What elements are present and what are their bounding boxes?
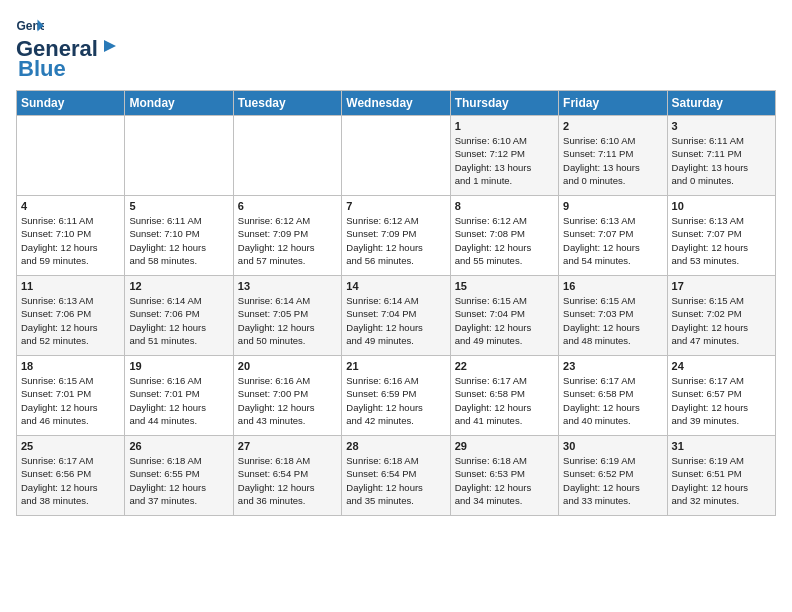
- day-info: Sunrise: 6:17 AM Sunset: 6:58 PM Dayligh…: [563, 374, 662, 427]
- day-info: Sunrise: 6:16 AM Sunset: 7:01 PM Dayligh…: [129, 374, 228, 427]
- day-number: 13: [238, 280, 337, 292]
- day-info: Sunrise: 6:13 AM Sunset: 7:07 PM Dayligh…: [563, 214, 662, 267]
- day-number: 28: [346, 440, 445, 452]
- day-info: Sunrise: 6:19 AM Sunset: 6:52 PM Dayligh…: [563, 454, 662, 507]
- calendar-cell: 7Sunrise: 6:12 AM Sunset: 7:09 PM Daylig…: [342, 196, 450, 276]
- day-info: Sunrise: 6:17 AM Sunset: 6:57 PM Dayligh…: [672, 374, 771, 427]
- calendar-cell: 4Sunrise: 6:11 AM Sunset: 7:10 PM Daylig…: [17, 196, 125, 276]
- day-info: Sunrise: 6:18 AM Sunset: 6:55 PM Dayligh…: [129, 454, 228, 507]
- day-number: 23: [563, 360, 662, 372]
- day-number: 24: [672, 360, 771, 372]
- calendar-cell: 10Sunrise: 6:13 AM Sunset: 7:07 PM Dayli…: [667, 196, 775, 276]
- calendar-cell: 27Sunrise: 6:18 AM Sunset: 6:54 PM Dayli…: [233, 436, 341, 516]
- day-info: Sunrise: 6:15 AM Sunset: 7:01 PM Dayligh…: [21, 374, 120, 427]
- day-number: 10: [672, 200, 771, 212]
- day-info: Sunrise: 6:19 AM Sunset: 6:51 PM Dayligh…: [672, 454, 771, 507]
- day-number: 18: [21, 360, 120, 372]
- day-number: 29: [455, 440, 554, 452]
- calendar-cell: 8Sunrise: 6:12 AM Sunset: 7:08 PM Daylig…: [450, 196, 558, 276]
- day-info: Sunrise: 6:11 AM Sunset: 7:10 PM Dayligh…: [21, 214, 120, 267]
- day-info: Sunrise: 6:16 AM Sunset: 7:00 PM Dayligh…: [238, 374, 337, 427]
- calendar-cell: 23Sunrise: 6:17 AM Sunset: 6:58 PM Dayli…: [559, 356, 667, 436]
- day-info: Sunrise: 6:14 AM Sunset: 7:05 PM Dayligh…: [238, 294, 337, 347]
- day-info: Sunrise: 6:18 AM Sunset: 6:53 PM Dayligh…: [455, 454, 554, 507]
- calendar-cell: 21Sunrise: 6:16 AM Sunset: 6:59 PM Dayli…: [342, 356, 450, 436]
- day-number: 2: [563, 120, 662, 132]
- calendar-cell: 1Sunrise: 6:10 AM Sunset: 7:12 PM Daylig…: [450, 116, 558, 196]
- day-number: 22: [455, 360, 554, 372]
- day-number: 26: [129, 440, 228, 452]
- calendar-cell: 25Sunrise: 6:17 AM Sunset: 6:56 PM Dayli…: [17, 436, 125, 516]
- day-info: Sunrise: 6:18 AM Sunset: 6:54 PM Dayligh…: [238, 454, 337, 507]
- day-info: Sunrise: 6:16 AM Sunset: 6:59 PM Dayligh…: [346, 374, 445, 427]
- day-number: 15: [455, 280, 554, 292]
- day-info: Sunrise: 6:13 AM Sunset: 7:06 PM Dayligh…: [21, 294, 120, 347]
- day-number: 3: [672, 120, 771, 132]
- calendar-cell: [125, 116, 233, 196]
- day-number: 25: [21, 440, 120, 452]
- day-number: 27: [238, 440, 337, 452]
- day-number: 1: [455, 120, 554, 132]
- calendar-cell: 30Sunrise: 6:19 AM Sunset: 6:52 PM Dayli…: [559, 436, 667, 516]
- calendar-cell: 18Sunrise: 6:15 AM Sunset: 7:01 PM Dayli…: [17, 356, 125, 436]
- day-number: 4: [21, 200, 120, 212]
- day-number: 16: [563, 280, 662, 292]
- weekday-header-friday: Friday: [559, 91, 667, 116]
- day-number: 31: [672, 440, 771, 452]
- logo-blue: Blue: [18, 56, 66, 82]
- day-info: Sunrise: 6:10 AM Sunset: 7:12 PM Dayligh…: [455, 134, 554, 187]
- weekday-header-wednesday: Wednesday: [342, 91, 450, 116]
- day-info: Sunrise: 6:17 AM Sunset: 6:56 PM Dayligh…: [21, 454, 120, 507]
- page-header: General General Blue: [16, 16, 776, 82]
- calendar-cell: 19Sunrise: 6:16 AM Sunset: 7:01 PM Dayli…: [125, 356, 233, 436]
- svg-marker-2: [104, 40, 116, 52]
- week-row-1: 1Sunrise: 6:10 AM Sunset: 7:12 PM Daylig…: [17, 116, 776, 196]
- day-info: Sunrise: 6:12 AM Sunset: 7:09 PM Dayligh…: [238, 214, 337, 267]
- day-info: Sunrise: 6:17 AM Sunset: 6:58 PM Dayligh…: [455, 374, 554, 427]
- week-row-3: 11Sunrise: 6:13 AM Sunset: 7:06 PM Dayli…: [17, 276, 776, 356]
- logo-icon: General: [16, 18, 44, 36]
- week-row-4: 18Sunrise: 6:15 AM Sunset: 7:01 PM Dayli…: [17, 356, 776, 436]
- day-number: 14: [346, 280, 445, 292]
- calendar-cell: 5Sunrise: 6:11 AM Sunset: 7:10 PM Daylig…: [125, 196, 233, 276]
- weekday-header-row: SundayMondayTuesdayWednesdayThursdayFrid…: [17, 91, 776, 116]
- day-info: Sunrise: 6:11 AM Sunset: 7:10 PM Dayligh…: [129, 214, 228, 267]
- calendar-cell: 12Sunrise: 6:14 AM Sunset: 7:06 PM Dayli…: [125, 276, 233, 356]
- calendar-cell: 26Sunrise: 6:18 AM Sunset: 6:55 PM Dayli…: [125, 436, 233, 516]
- calendar-cell: 31Sunrise: 6:19 AM Sunset: 6:51 PM Dayli…: [667, 436, 775, 516]
- day-number: 11: [21, 280, 120, 292]
- weekday-header-sunday: Sunday: [17, 91, 125, 116]
- calendar-cell: 29Sunrise: 6:18 AM Sunset: 6:53 PM Dayli…: [450, 436, 558, 516]
- day-number: 7: [346, 200, 445, 212]
- calendar-table: SundayMondayTuesdayWednesdayThursdayFrid…: [16, 90, 776, 516]
- calendar-cell: 14Sunrise: 6:14 AM Sunset: 7:04 PM Dayli…: [342, 276, 450, 356]
- day-number: 30: [563, 440, 662, 452]
- weekday-header-monday: Monday: [125, 91, 233, 116]
- calendar-cell: 17Sunrise: 6:15 AM Sunset: 7:02 PM Dayli…: [667, 276, 775, 356]
- calendar-cell: [342, 116, 450, 196]
- day-number: 21: [346, 360, 445, 372]
- calendar-cell: 6Sunrise: 6:12 AM Sunset: 7:09 PM Daylig…: [233, 196, 341, 276]
- day-number: 12: [129, 280, 228, 292]
- day-number: 17: [672, 280, 771, 292]
- day-info: Sunrise: 6:14 AM Sunset: 7:06 PM Dayligh…: [129, 294, 228, 347]
- day-number: 8: [455, 200, 554, 212]
- logo-chevron-icon: [100, 36, 120, 56]
- day-info: Sunrise: 6:12 AM Sunset: 7:09 PM Dayligh…: [346, 214, 445, 267]
- calendar-cell: 11Sunrise: 6:13 AM Sunset: 7:06 PM Dayli…: [17, 276, 125, 356]
- calendar-cell: 28Sunrise: 6:18 AM Sunset: 6:54 PM Dayli…: [342, 436, 450, 516]
- logo: General General Blue: [16, 16, 120, 82]
- day-number: 9: [563, 200, 662, 212]
- calendar-cell: 13Sunrise: 6:14 AM Sunset: 7:05 PM Dayli…: [233, 276, 341, 356]
- calendar-cell: 24Sunrise: 6:17 AM Sunset: 6:57 PM Dayli…: [667, 356, 775, 436]
- calendar-cell: 15Sunrise: 6:15 AM Sunset: 7:04 PM Dayli…: [450, 276, 558, 356]
- day-info: Sunrise: 6:13 AM Sunset: 7:07 PM Dayligh…: [672, 214, 771, 267]
- calendar-cell: 22Sunrise: 6:17 AM Sunset: 6:58 PM Dayli…: [450, 356, 558, 436]
- calendar-cell: 3Sunrise: 6:11 AM Sunset: 7:11 PM Daylig…: [667, 116, 775, 196]
- day-info: Sunrise: 6:15 AM Sunset: 7:04 PM Dayligh…: [455, 294, 554, 347]
- calendar-cell: [233, 116, 341, 196]
- day-info: Sunrise: 6:11 AM Sunset: 7:11 PM Dayligh…: [672, 134, 771, 187]
- day-number: 20: [238, 360, 337, 372]
- day-info: Sunrise: 6:15 AM Sunset: 7:03 PM Dayligh…: [563, 294, 662, 347]
- day-number: 6: [238, 200, 337, 212]
